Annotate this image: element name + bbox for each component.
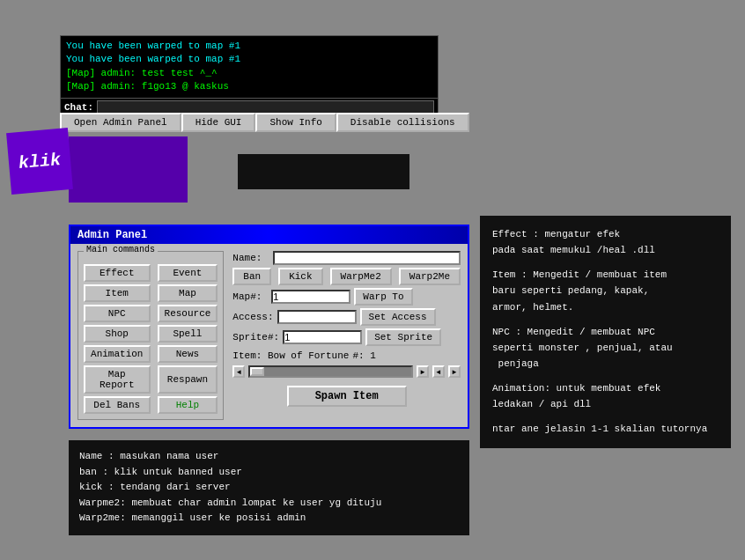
klik-badge: klik: [6, 128, 73, 195]
effect-button[interactable]: Effect: [84, 264, 151, 282]
info-line-1: Name : masukan nama user: [79, 449, 459, 465]
sprite-input[interactable]: [283, 330, 362, 344]
info-right-tutorial: ntar ane jelasin 1-1 skalian tutornya: [492, 421, 719, 437]
right-section: Name: Ban Kick WarpMe2 Warp2Me Map#: War…: [232, 251, 461, 420]
hide-gui-button[interactable]: Hide GUI: [181, 113, 256, 132]
warpme2-button[interactable]: WarpMe2: [330, 268, 392, 285]
ban-button[interactable]: Ban: [232, 268, 271, 285]
admin-panel: Admin Panel Main commands Effect Event I…: [69, 225, 469, 429]
info-panel-right: Effect : mengatur efekpada saat memukul …: [480, 216, 731, 448]
info-panel-bottom: Name : masukan nama user ban : klik untu…: [69, 440, 469, 535]
sprite-label: Sprite#:: [232, 332, 279, 343]
klik-label: klik: [18, 149, 62, 173]
info-line-4: Warpme2: membuat char admin lompat ke us…: [79, 496, 459, 512]
scrollbar-track[interactable]: [248, 365, 413, 378]
info-line-2: ban : klik untuk banned user: [79, 465, 459, 481]
item-button[interactable]: Item: [84, 284, 151, 302]
open-admin-panel-button[interactable]: Open Admin Panel: [60, 113, 181, 132]
admin-main-content: Main commands Effect Event Item Map NPC …: [77, 251, 461, 420]
info-right-effect: Effect : mengatur efekpada saat memukul …: [492, 226, 719, 258]
spawn-item-button[interactable]: Spawn Item: [287, 386, 407, 407]
commands-section: Main commands Effect Event Item Map NPC …: [77, 251, 224, 420]
set-sprite-button[interactable]: Set Sprite: [365, 328, 441, 346]
map-row: Map#: Warp To: [232, 288, 461, 306]
warp2me-button[interactable]: Warp2Me: [399, 268, 461, 285]
ban-kick-row: Ban Kick WarpMe2 Warp2Me: [232, 268, 461, 285]
chat-message-1: You have been warped to map #1: [66, 40, 432, 53]
chat-window: You have been warped to map #1 You have …: [60, 35, 439, 117]
scroll-right2-arrow[interactable]: ►: [448, 365, 461, 378]
dark-decoration: [238, 154, 409, 189]
name-row: Name:: [232, 251, 461, 265]
toolbar: Open Admin Panel Hide GUI Show Info Disa…: [60, 113, 469, 132]
resource-button[interactable]: Resource: [158, 305, 218, 322]
disable-collisions-button[interactable]: Disable collisions: [336, 113, 469, 132]
info-right-item: Item : Mengedit / membuat itembaru seper…: [492, 267, 719, 314]
npc-button[interactable]: NPC: [84, 305, 151, 322]
item-display: Item: Bow of Fortune: [232, 350, 349, 361]
event-button[interactable]: Event: [158, 264, 218, 282]
access-row: Access: Set Access: [232, 308, 461, 326]
purple-decoration: [69, 136, 188, 203]
item-scroll-bar[interactable]: ◄ ► ◄ ►: [232, 365, 461, 378]
admin-panel-body: Main commands Effect Event Item Map NPC …: [70, 244, 468, 427]
scroll-left2-arrow[interactable]: ◄: [432, 365, 445, 378]
name-label: Name:: [232, 253, 268, 263]
chat-message-3: [Map] admin: test test ^_^: [66, 67, 432, 80]
kick-button[interactable]: Kick: [278, 268, 322, 285]
spell-button[interactable]: Spell: [158, 325, 218, 343]
animation-button[interactable]: Animation: [84, 345, 151, 363]
access-label: Access:: [232, 312, 273, 322]
scroll-right-arrow[interactable]: ►: [417, 365, 429, 378]
cmd-grid: Effect Event Item Map NPC Resource Shop …: [84, 264, 218, 414]
del-bans-button[interactable]: Del Bans: [84, 396, 151, 414]
sprite-row: Sprite#: Set Sprite: [232, 328, 461, 346]
shop-button[interactable]: Shop: [84, 325, 151, 343]
info-line-3: kick : tendang dari server: [79, 480, 459, 496]
commands-legend: Main commands: [84, 245, 158, 254]
warp-to-button[interactable]: Warp To: [354, 288, 412, 306]
name-input[interactable]: [273, 251, 461, 265]
info-right-npc: NPC : Mengedit / membuat NPCseperti mons…: [492, 324, 719, 372]
item-hash: #: 1: [352, 350, 375, 361]
chat-message-2: You have been warped to map #1: [66, 53, 432, 66]
admin-panel-title: Admin Panel: [70, 226, 468, 244]
map-report-button[interactable]: Map Report: [84, 365, 151, 394]
info-right-animation: Animation: untuk membuat efekledakan / a…: [492, 380, 719, 412]
map-button[interactable]: Map: [158, 284, 218, 302]
respawn-button[interactable]: Respawn: [158, 365, 218, 394]
item-scrollbar-row: Item: Bow of Fortune #: 1: [232, 350, 461, 361]
news-button[interactable]: News: [158, 345, 218, 363]
info-line-5: Warp2me: memanggil user ke posisi admin: [79, 511, 459, 527]
show-info-button[interactable]: Show Info: [255, 113, 336, 132]
spawn-row: Spawn Item: [232, 386, 461, 407]
scrollbar-thumb[interactable]: [250, 367, 264, 376]
scroll-left-arrow[interactable]: ◄: [232, 365, 245, 378]
map-label: Map#:: [232, 291, 268, 302]
chat-label: Chat:: [64, 102, 93, 113]
set-access-button[interactable]: Set Access: [360, 308, 436, 326]
access-input[interactable]: [277, 310, 357, 324]
help-button[interactable]: Help: [158, 396, 218, 414]
chat-messages: You have been warped to map #1 You have …: [61, 36, 438, 98]
map-input[interactable]: [271, 290, 350, 304]
chat-message-4: [Map] admin: f1go13 @ kaskus: [66, 80, 432, 93]
